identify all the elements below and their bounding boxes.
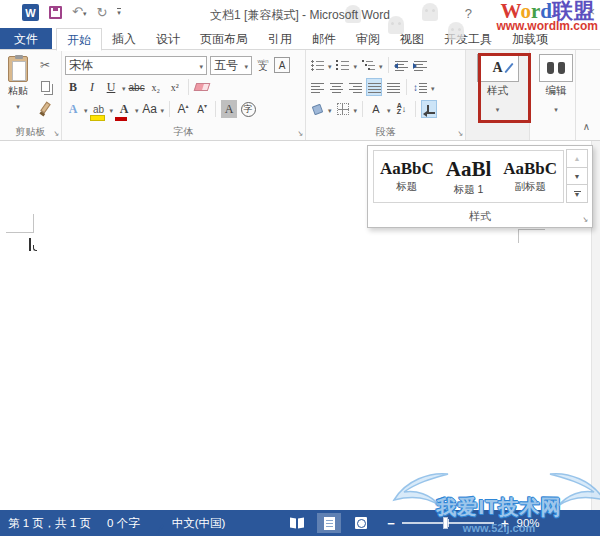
- underline-caret[interactable]: [122, 80, 126, 94]
- copy-icon: [41, 81, 50, 92]
- font-color-caret[interactable]: [135, 102, 139, 116]
- styles-gallery: AaBbC 标题 AaBl 标题 1 AaBbC 副标题: [373, 150, 564, 203]
- character-shading-button[interactable]: A: [221, 100, 237, 118]
- align-right-button[interactable]: [347, 78, 363, 96]
- line-spacing-button[interactable]: ↕: [412, 78, 428, 96]
- paste-dropdown-caret[interactable]: [16, 98, 20, 112]
- align-left-button[interactable]: [309, 78, 325, 96]
- decrease-indent-button[interactable]: [394, 56, 410, 74]
- underline-button[interactable]: U: [103, 78, 119, 96]
- editing-button[interactable]: 编辑: [533, 54, 579, 115]
- web-layout-button[interactable]: [349, 513, 373, 533]
- italic-button[interactable]: I: [84, 78, 100, 96]
- font-name-combo[interactable]: 宋体: [65, 56, 207, 75]
- status-bar: 第 1 页，共 1 页 0 个字 中文(中国) − + 90%: [0, 510, 600, 536]
- shading-caret[interactable]: [328, 102, 332, 116]
- multilevel-list-button[interactable]: [360, 56, 376, 74]
- numbering-button[interactable]: [335, 56, 351, 74]
- help-button[interactable]: ?: [465, 6, 472, 21]
- show-hide-marks-button[interactable]: [421, 100, 437, 118]
- bullets-icon: [311, 60, 324, 71]
- gallery-scroll-down-button[interactable]: ▼: [566, 167, 588, 186]
- shrink-font-button[interactable]: A▾: [194, 100, 210, 118]
- highlight-color-button[interactable]: ab: [91, 100, 107, 118]
- paragraph-dialog-launcher[interactable]: [456, 130, 463, 138]
- page-count[interactable]: 第 1 页，共 1 页: [0, 516, 99, 531]
- tab-insert[interactable]: 插入: [102, 28, 146, 49]
- word-count[interactable]: 0 个字: [99, 516, 148, 531]
- tab-home[interactable]: 开始: [56, 28, 102, 51]
- style-item-heading1[interactable]: AaBl 标题 1: [438, 154, 500, 200]
- tab-references[interactable]: 引用: [258, 28, 302, 49]
- language-status[interactable]: 中文(中国): [164, 516, 234, 531]
- gallery-scroll-up-button[interactable]: ▲: [566, 149, 588, 168]
- window-title: 文档1 [兼容模式] - Microsoft Word: [0, 7, 600, 24]
- bullets-caret[interactable]: [328, 58, 332, 72]
- bullets-button[interactable]: [309, 56, 325, 74]
- text-effects-button[interactable]: A: [65, 100, 81, 118]
- borders-button[interactable]: [335, 100, 351, 118]
- font-size-combo[interactable]: 五号: [210, 56, 252, 75]
- copy-button[interactable]: [37, 77, 53, 95]
- close-button[interactable]: ×: [587, 4, 595, 19]
- line-spacing-caret[interactable]: [431, 80, 435, 94]
- read-mode-button[interactable]: [285, 513, 309, 533]
- print-layout-button[interactable]: [317, 513, 341, 533]
- zoom-slider[interactable]: [402, 522, 494, 524]
- style-item-subtitle[interactable]: AaBbC 副标题: [499, 154, 561, 200]
- tab-developer[interactable]: 开发工具: [434, 28, 502, 49]
- styles-panel-dialog-launcher[interactable]: [581, 215, 588, 224]
- editing-dropdown-caret[interactable]: [554, 101, 558, 115]
- bold-button[interactable]: B: [65, 78, 81, 96]
- format-painter-button[interactable]: [37, 98, 53, 116]
- phonetic-guide-button[interactable]: wén文: [255, 56, 271, 74]
- styles-dropdown-caret[interactable]: [496, 101, 500, 115]
- shading-button[interactable]: [309, 100, 325, 118]
- strikethrough-button[interactable]: abc: [129, 78, 145, 96]
- highlight-caret[interactable]: [110, 102, 114, 116]
- multilevel-icon: [362, 60, 375, 71]
- tab-file[interactable]: 文件: [0, 28, 52, 49]
- font-dialog-launcher[interactable]: [296, 130, 303, 138]
- change-case-caret[interactable]: [161, 102, 165, 116]
- tab-page-layout[interactable]: 页面布局: [190, 28, 258, 49]
- asian-layout-caret[interactable]: [387, 102, 391, 116]
- subscript-button[interactable]: x₂: [148, 78, 164, 96]
- zoom-slider-thumb[interactable]: [443, 517, 448, 529]
- character-border-button[interactable]: A: [274, 57, 290, 73]
- text-effects-caret[interactable]: [84, 102, 88, 116]
- cut-button[interactable]: ✂: [37, 56, 53, 74]
- align-center-button[interactable]: [328, 78, 344, 96]
- gallery-more-button[interactable]: ▼: [566, 184, 588, 203]
- sort-button[interactable]: AZ↓: [394, 100, 410, 118]
- tab-addins[interactable]: 加载项: [502, 28, 558, 49]
- tab-review[interactable]: 审阅: [346, 28, 390, 49]
- paste-button[interactable]: 粘贴: [3, 54, 33, 126]
- numbering-caret[interactable]: [354, 58, 358, 72]
- multilevel-caret[interactable]: [379, 58, 383, 72]
- enclose-characters-button[interactable]: 字: [240, 100, 256, 118]
- clear-formatting-button[interactable]: [194, 78, 210, 96]
- zoom-out-button[interactable]: −: [387, 516, 395, 531]
- phonetic-char: 文: [259, 64, 268, 71]
- zoom-percentage[interactable]: 90%: [517, 517, 540, 529]
- collapse-ribbon-button[interactable]: ∧: [583, 121, 590, 132]
- asian-layout-button[interactable]: A: [368, 100, 384, 118]
- justify-button[interactable]: [366, 78, 382, 96]
- zoom-in-button[interactable]: +: [501, 516, 509, 531]
- style-item-title[interactable]: AaBbC 标题: [376, 154, 438, 200]
- grow-font-button[interactable]: A▴: [175, 100, 191, 118]
- tab-mailings[interactable]: 邮件: [302, 28, 346, 49]
- tab-design[interactable]: 设计: [146, 28, 190, 49]
- editing-label: 编辑: [546, 84, 567, 98]
- read-mode-icon: [290, 518, 304, 528]
- font-color-button[interactable]: A: [116, 100, 132, 118]
- distribute-button[interactable]: [385, 78, 401, 96]
- change-case-button[interactable]: Aa: [142, 100, 158, 118]
- borders-caret[interactable]: [354, 102, 358, 116]
- styles-button[interactable]: A 样式: [475, 54, 521, 115]
- superscript-button[interactable]: x²: [167, 78, 183, 96]
- clipboard-dialog-launcher[interactable]: [52, 130, 59, 138]
- increase-indent-button[interactable]: [413, 56, 429, 74]
- line-spacing-icon: [419, 82, 427, 93]
